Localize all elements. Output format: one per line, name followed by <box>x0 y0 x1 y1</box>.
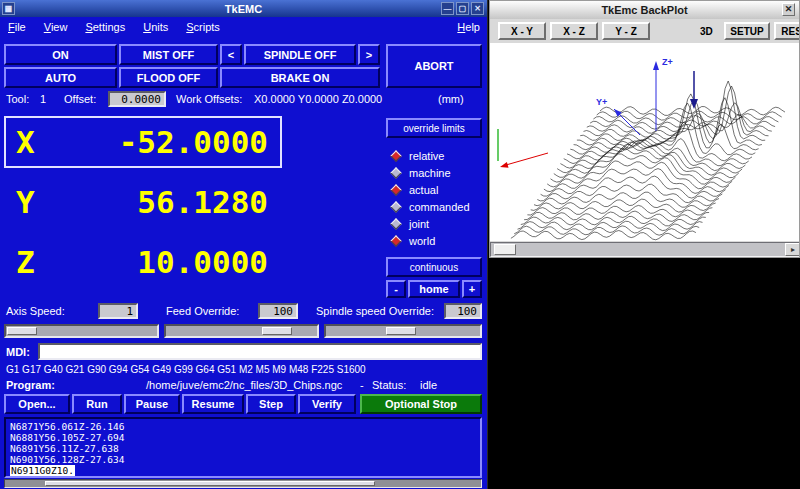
backplot-canvas[interactable]: Z+ Y+ <box>490 43 800 241</box>
menu-settings[interactable]: Settings <box>85 21 125 33</box>
x-axis-arrow-icon <box>500 162 509 168</box>
axis-x-letter: X <box>6 124 35 160</box>
window-controls: — ▢ ✕ <box>441 2 484 15</box>
spindle-override-slider[interactable] <box>324 324 482 338</box>
radio-actual-label: actual <box>409 184 438 196</box>
radio-commanded-label: commanded <box>409 201 470 213</box>
axis-z-value: 10.0000 <box>137 244 280 280</box>
spindle-override-entry[interactable]: 100 <box>444 303 482 319</box>
jog-minus-button[interactable]: - <box>386 280 406 298</box>
pause-button[interactable]: Pause <box>124 394 180 414</box>
radio-machine[interactable]: machine <box>390 165 484 180</box>
axis-speed-entry[interactable]: 1 <box>98 303 138 319</box>
mist-button[interactable]: MIST OFF <box>119 44 218 65</box>
y-axis-label: Y+ <box>596 97 607 107</box>
gcode-line: N6931M9 <box>10 476 476 478</box>
window-title: TkEMC <box>225 3 262 15</box>
backplot-hscrollbar-handle[interactable] <box>494 244 516 255</box>
view-yz-button[interactable]: Y - Z <box>602 22 650 40</box>
radio-world-label: world <box>409 235 435 247</box>
menu-units[interactable]: Units <box>143 21 168 33</box>
work-offsets-label: Work Offsets: <box>176 93 242 105</box>
radio-world[interactable]: world <box>390 233 484 248</box>
backplot-titlebar[interactable]: TkEmc BackPlot ✕ <box>490 1 799 19</box>
reset-button[interactable]: RESET <box>774 22 800 40</box>
spindle-button[interactable]: SPINDLE OFF <box>244 44 356 65</box>
feed-override-slider-handle[interactable] <box>262 327 292 335</box>
x-axis-line <box>506 153 548 165</box>
listing-hscrollbar-handle[interactable] <box>45 481 375 486</box>
window-menu-icon[interactable]: ▦ <box>2 2 15 15</box>
menubar: File View Settings Units Scripts Help <box>0 17 488 37</box>
menu-scripts[interactable]: Scripts <box>186 21 220 33</box>
radio-indicator-icon <box>390 201 402 213</box>
axis-y-value: 56.1280 <box>137 184 280 220</box>
program-label: Program: <box>6 379 55 391</box>
mdi-label: MDI: <box>6 346 30 358</box>
menu-file[interactable]: File <box>8 21 26 33</box>
view-3d-indicator[interactable]: 3D <box>700 26 713 37</box>
menu-help[interactable]: Help <box>457 21 480 33</box>
menu-view[interactable]: View <box>44 21 68 33</box>
mdi-input[interactable] <box>38 343 482 360</box>
tool-label: Tool: <box>6 93 29 105</box>
backplot-close-icon[interactable]: ✕ <box>782 3 795 16</box>
home-button[interactable]: home <box>408 280 460 298</box>
dro-axis-y[interactable]: Y 56.1280 <box>4 176 282 228</box>
radio-joint[interactable]: joint <box>390 216 484 231</box>
abort-button[interactable]: ABORT <box>386 44 482 88</box>
radio-indicator-icon <box>390 167 402 179</box>
power-button[interactable]: ON <box>4 44 117 65</box>
axis-speed-slider[interactable] <box>4 324 159 338</box>
radio-joint-label: joint <box>409 218 429 230</box>
spindle-decrease-button[interactable]: < <box>220 44 242 65</box>
dro-axis-x[interactable]: X -52.0000 <box>4 116 282 168</box>
program-listing[interactable]: N6871Y56.061Z-26.146 N6881Y56.105Z-27.69… <box>4 417 482 478</box>
offset-label: Offset: <box>64 93 96 105</box>
maximize-icon[interactable]: ▢ <box>456 2 469 15</box>
feed-override-slider[interactable] <box>164 324 319 338</box>
run-button[interactable]: Run <box>72 394 122 414</box>
gcode-line: N6881Y56.105Z-27.694 <box>10 432 476 443</box>
verify-button[interactable]: Verify <box>298 394 356 414</box>
scroll-right-icon[interactable]: ▸ <box>785 243 800 256</box>
view-xy-button[interactable]: X - Y <box>498 22 546 40</box>
jog-mode-menubutton[interactable]: continuous <box>386 257 482 277</box>
backplot-title: TkEmc BackPlot <box>601 4 687 16</box>
dro-axis-z[interactable]: Z 10.0000 <box>4 236 282 288</box>
brake-button[interactable]: BRAKE ON <box>220 67 380 88</box>
spindle-override-slider-handle[interactable] <box>386 327 416 335</box>
minimize-icon[interactable]: — <box>441 2 454 15</box>
spindle-increase-button[interactable]: > <box>358 44 380 65</box>
backplot-window: TkEmc BackPlot ✕ X - Y X - Z Y - Z 3D SE… <box>489 0 800 258</box>
work-offsets-value: X0.0000 Y0.0000 Z0.0000 <box>254 93 382 105</box>
program-status-dash: - <box>360 379 364 391</box>
mode-button[interactable]: AUTO <box>4 67 117 88</box>
z-axis-arrow-icon <box>653 61 659 70</box>
radio-indicator-icon <box>390 218 402 230</box>
resume-button[interactable]: Resume <box>182 394 244 414</box>
close-icon[interactable]: ✕ <box>471 2 484 15</box>
axis-speed-slider-handle[interactable] <box>7 327 37 335</box>
radio-relative[interactable]: relative <box>390 148 484 163</box>
view-xz-button[interactable]: X - Z <box>550 22 598 40</box>
open-button[interactable]: Open... <box>4 394 70 414</box>
feed-override-label: Feed Override: <box>166 305 239 317</box>
override-limits-button[interactable]: override limits <box>386 118 482 138</box>
jog-plus-button[interactable]: + <box>462 280 482 298</box>
listing-hscrollbar[interactable] <box>4 479 482 488</box>
setup-button[interactable]: SETUP <box>724 22 770 40</box>
offset-entry[interactable]: 0.0000 <box>108 91 166 107</box>
step-button[interactable]: Step <box>246 394 296 414</box>
axis-x-value: -52.0000 <box>119 124 280 160</box>
axis-y-letter: Y <box>6 184 35 220</box>
spindle-override-label: Spindle speed Override: <box>316 305 434 317</box>
radio-commanded[interactable]: commanded <box>390 199 484 214</box>
backplot-hscrollbar[interactable]: ▸ <box>490 242 800 257</box>
radio-relative-label: relative <box>409 150 444 162</box>
feed-override-entry[interactable]: 100 <box>258 303 298 319</box>
flood-button[interactable]: FLOOD OFF <box>119 67 218 88</box>
optional-stop-button[interactable]: Optional Stop <box>360 394 482 414</box>
tkemc-titlebar[interactable]: ▦ TkEMC — ▢ ✕ <box>0 0 487 17</box>
radio-actual[interactable]: actual <box>390 182 484 197</box>
